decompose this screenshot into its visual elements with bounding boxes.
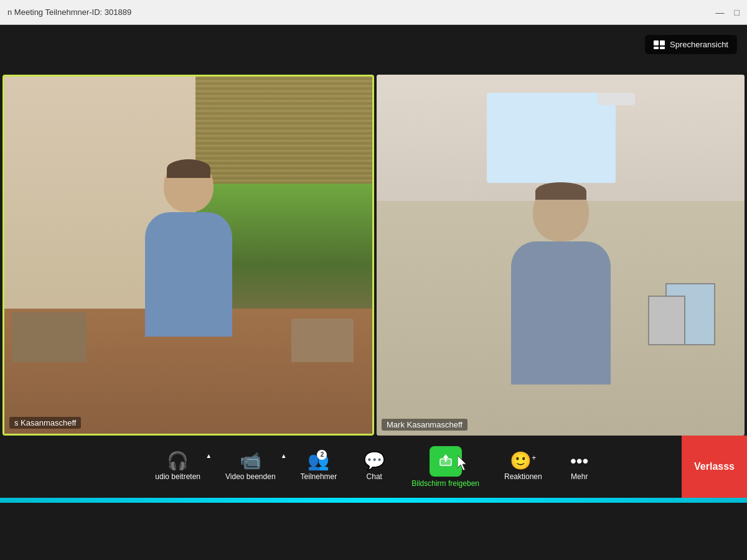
left-chair-right <box>291 319 354 362</box>
share-icon <box>430 446 462 477</box>
reactions-button[interactable]: 🙂+ Reaktionen <box>492 447 555 486</box>
person-right <box>499 182 623 381</box>
meeting-area: Sprecheransicht s Kasanmascheff <box>0 25 747 498</box>
chat-icon: 💬 <box>364 452 385 470</box>
participants-icon: 👥 2 <box>308 452 329 470</box>
leave-label: Verlasss <box>694 461 735 472</box>
svg-rect-2 <box>654 47 659 49</box>
cyan-border <box>0 498 747 503</box>
audio-button[interactable]: ▲ 🎧 udio beitreten <box>143 447 213 486</box>
svg-rect-1 <box>660 40 665 45</box>
right-skylight <box>487 93 616 183</box>
participant-count-badge: 2 <box>317 450 327 460</box>
audio-arrow-icon[interactable]: ▲ <box>205 452 212 459</box>
person-left-hair <box>167 159 210 178</box>
video-label: Video beenden <box>225 472 276 481</box>
maximize-button[interactable]: □ <box>735 7 740 17</box>
more-button[interactable]: ••• Mehr <box>555 447 604 486</box>
share-screen-button[interactable]: Bildschirm freigeben <box>399 441 492 493</box>
audio-label: udio beitreten <box>155 472 200 481</box>
video-grid: s Kasanmascheff Mark Kasanmascheff <box>0 75 747 436</box>
speaker-view-label: Sprecheransicht <box>670 40 728 49</box>
svg-rect-3 <box>660 47 665 49</box>
participant-name-right: Mark Kasanmascheff <box>382 419 467 431</box>
title-bar-controls: — □ <box>716 7 740 17</box>
person-right-body <box>511 241 611 385</box>
minimize-button[interactable]: — <box>716 7 725 17</box>
speaker-view-icon <box>654 40 665 49</box>
video-tile-left: s Kasanmascheff <box>2 75 374 436</box>
right-light <box>598 93 635 105</box>
video-icon: 📹 <box>240 452 261 470</box>
svg-rect-0 <box>654 40 659 45</box>
right-picture-2 <box>648 296 685 345</box>
chat-label: Chat <box>367 472 382 481</box>
leave-button[interactable]: Verlasss <box>682 436 747 498</box>
participants-label: Teilnehmer <box>301 472 337 481</box>
toolbar: ▲ 🎧 udio beitreten ▲ 📹 Video beenden 👥 2… <box>0 436 747 498</box>
audio-icon: 🎧 <box>167 452 189 470</box>
reactions-label: Reaktionen <box>504 472 542 481</box>
person-right-hair <box>535 182 586 200</box>
person-left-body <box>145 212 232 337</box>
person-right-head <box>533 182 589 241</box>
participant-name-left: s Kasanmascheff <box>9 417 81 429</box>
video-button[interactable]: ▲ 📹 Video beenden <box>213 447 288 486</box>
video-tile-right: Mark Kasanmascheff <box>377 75 745 436</box>
left-chair-left <box>12 312 87 362</box>
share-label: Bildschirm freigeben <box>411 479 479 488</box>
participants-button[interactable]: 👥 2 Teilnehmer <box>288 447 350 486</box>
more-label: Mehr <box>571 472 588 481</box>
title-bar-title: n Meeting Teilnehmner-ID: 301889 <box>7 7 131 17</box>
speaker-view-button[interactable]: Sprecheransicht <box>645 35 737 54</box>
chat-button[interactable]: 💬 Chat <box>349 447 399 486</box>
reactions-icon: 🙂+ <box>510 452 536 470</box>
title-bar: n Meeting Teilnehmner-ID: 301889 — □ <box>0 0 747 25</box>
left-room-bg <box>4 77 372 434</box>
person-left <box>133 159 245 334</box>
video-arrow-icon[interactable]: ▲ <box>281 452 287 459</box>
right-room-bg <box>377 75 745 436</box>
title-bar-left: n Meeting Teilnehmner-ID: 301889 <box>7 7 131 17</box>
person-left-head <box>164 159 214 212</box>
more-icon: ••• <box>570 452 588 470</box>
